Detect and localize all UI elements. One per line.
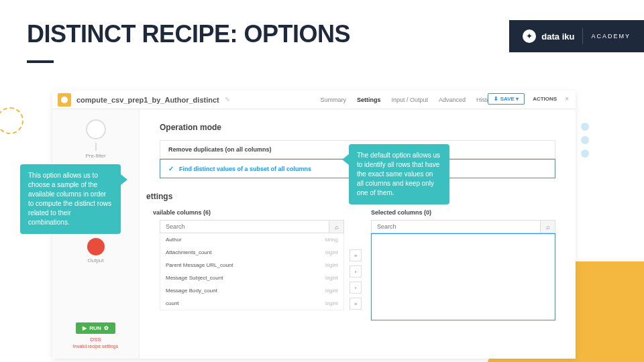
side-dot[interactable] (581, 123, 589, 131)
transfer-buttons: » › ‹ « (350, 249, 362, 310)
tabs: Summary Settings Input / Output Advanced… (320, 90, 495, 109)
list-item[interactable]: Parent Message URL_countbigint (160, 259, 343, 272)
chevron-down-icon: ▾ (516, 96, 519, 102)
available-search-input[interactable] (160, 221, 329, 233)
callout-subset-option: This option allows us to choose a sample… (20, 164, 121, 234)
output-label: Output (87, 257, 103, 263)
edit-icon[interactable]: ✎ (225, 96, 230, 103)
available-search: ⌕ (160, 220, 344, 233)
prefilter-node[interactable] (86, 119, 106, 139)
side-nav-dots (581, 123, 589, 158)
selected-columns-list[interactable] (371, 233, 555, 320)
close-icon[interactable]: × (565, 95, 569, 103)
slide-title: DISTINCT RECIPE: OPTIONS (27, 20, 350, 48)
search-icon[interactable]: ⌕ (540, 221, 555, 233)
tab-input-output[interactable]: Input / Output (391, 97, 428, 103)
side-dot[interactable] (581, 149, 589, 158)
logo-text: data iku (541, 32, 574, 41)
list-item[interactable]: Authorstring (160, 233, 343, 246)
list-item[interactable]: countbigint (160, 297, 343, 310)
actions-button[interactable]: ACTIONS (529, 94, 561, 104)
tab-settings[interactable]: Settings (357, 97, 381, 103)
tab-advanced[interactable]: Advanced (439, 97, 466, 103)
logo-badge: ✦ data iku ACADEMY (509, 20, 644, 52)
logo-divider (582, 28, 583, 44)
list-item[interactable]: Message Body_countbigint (160, 284, 343, 297)
app-body: Pre-filter Output ▶ RUN ✿ DSS Invalid re… (52, 109, 576, 359)
list-item[interactable]: Attachments_countbigint (160, 246, 343, 259)
recipe-title: compute_csv_prep1_by_Author_distinct (76, 96, 219, 104)
run-section: ▶ RUN ✿ DSS Invalid recipe settings (52, 322, 139, 349)
move-all-right-button[interactable]: » (350, 249, 362, 261)
check-icon: ✓ (168, 165, 174, 172)
app-header: compute_csv_prep1_by_Author_distinct ✎ S… (52, 90, 576, 109)
gear-icon: ✿ (104, 325, 109, 331)
tab-summary[interactable]: Summary (320, 97, 346, 103)
available-columns-panel: vailable columns (6) ⌕ Authorstring Atta… (160, 209, 344, 320)
run-button[interactable]: ▶ RUN ✿ (76, 322, 115, 334)
invalid-recipe-msg: Invalid recipe settings (73, 344, 118, 349)
available-columns-header: vailable columns (6) (153, 209, 344, 216)
output-node[interactable] (87, 238, 105, 255)
selected-columns-header: Selected columns (0) (371, 209, 555, 216)
operation-mode-title: Operation mode (160, 123, 555, 132)
decorative-circle (0, 107, 23, 134)
selected-search-input[interactable] (372, 221, 540, 233)
callout-default-option: The default option allows us to identify… (349, 144, 449, 204)
app-screenshot: compute_csv_prep1_by_Author_distinct ✎ S… (52, 90, 576, 359)
selected-search: ⌕ (371, 220, 555, 233)
prefilter-label: Pre-filter (85, 153, 105, 159)
list-item[interactable]: Message Subject_countbigint (160, 272, 343, 284)
title-underline (27, 60, 54, 63)
play-icon: ▶ (83, 325, 87, 331)
search-icon[interactable]: ⌕ (329, 221, 343, 233)
dss-label: DSS (90, 337, 101, 343)
header-actions: ⬇ SAVE ▾ ACTIONS × (488, 93, 569, 105)
save-icon: ⬇ (494, 96, 498, 102)
left-sidebar: Pre-filter Output ▶ RUN ✿ DSS Invalid re… (52, 109, 140, 359)
selected-columns-panel: Selected columns (0) ⌕ (371, 209, 555, 320)
move-all-left-button[interactable]: « (350, 298, 362, 310)
move-right-button[interactable]: › (350, 265, 362, 278)
recipe-icon[interactable] (58, 93, 71, 107)
logo-secondary: ACADEMY (591, 33, 631, 40)
bird-icon: ✦ (523, 29, 536, 43)
side-dot[interactable] (581, 136, 589, 144)
move-left-button[interactable]: ‹ (350, 282, 362, 294)
save-button[interactable]: ⬇ SAVE ▾ (488, 93, 525, 105)
column-settings: ettings vailable columns (6) ⌕ Authorstr… (160, 192, 555, 320)
available-columns-list: Authorstring Attachments_countbigint Par… (160, 233, 344, 310)
